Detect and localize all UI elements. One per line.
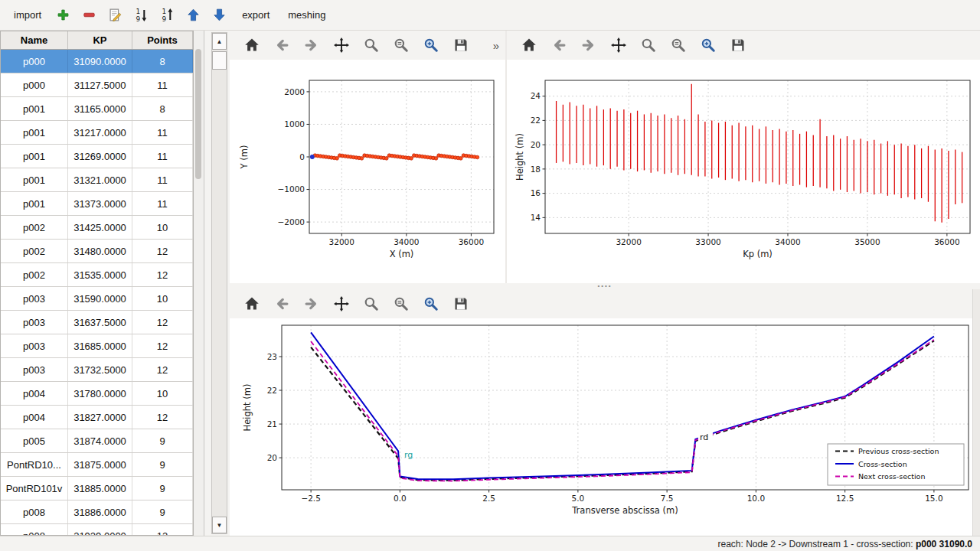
move-down-button[interactable] bbox=[208, 4, 231, 27]
customize-icon bbox=[394, 37, 409, 53]
table-cell: 31885.0000 bbox=[68, 477, 132, 500]
svg-text:Kp (m): Kp (m) bbox=[743, 249, 773, 259]
horizontal-splitter[interactable] bbox=[230, 283, 980, 289]
table-cell: 11 bbox=[132, 145, 193, 168]
table-row[interactable]: p00231535.000012 bbox=[1, 263, 193, 287]
table-scrollbar-thumb[interactable] bbox=[195, 49, 201, 179]
mpl-customize-button[interactable] bbox=[390, 292, 413, 315]
toolbar-overflow-icon[interactable]: » bbox=[493, 39, 501, 52]
table-row[interactable]: p00131373.000011 bbox=[1, 192, 193, 216]
mpl-zoom-rect-button[interactable] bbox=[697, 34, 720, 57]
table-row[interactable]: p00331637.500012 bbox=[1, 311, 193, 334]
mpl-zoom-button[interactable] bbox=[360, 292, 383, 315]
mpl-save-button[interactable] bbox=[449, 34, 472, 57]
mpl-pan-button[interactable] bbox=[330, 292, 353, 315]
right-scrollbar[interactable] bbox=[972, 289, 980, 536]
plan-view-plot[interactable]: 320003400036000−2000−1000010002000X (m)Y… bbox=[230, 60, 505, 283]
column-header-points[interactable]: Points bbox=[132, 31, 193, 49]
table-cell: 31480.0000 bbox=[68, 240, 132, 262]
svg-text:Y (m): Y (m) bbox=[239, 145, 250, 170]
export-button[interactable]: export bbox=[234, 5, 277, 24]
mpl-pan-button[interactable] bbox=[607, 34, 630, 57]
sort-ascending-button[interactable]: 19 bbox=[130, 4, 153, 27]
sort-desc-icon: 19 bbox=[160, 8, 175, 22]
mpl-home-button[interactable] bbox=[240, 34, 263, 57]
mpl-back-button[interactable] bbox=[270, 292, 293, 315]
svg-text:rg: rg bbox=[404, 450, 413, 460]
column-header-name[interactable]: Name bbox=[1, 31, 68, 49]
table-row[interactable]: p00031127.500011 bbox=[1, 73, 193, 97]
table-row[interactable]: p00431827.000012 bbox=[1, 406, 193, 429]
table-cell: 31535.0000 bbox=[68, 263, 132, 286]
svg-text:21: 21 bbox=[267, 419, 277, 429]
table-cell: 9 bbox=[132, 429, 193, 452]
table-row[interactable]: p00831929.000013 bbox=[1, 524, 193, 536]
remove-cross-section-button[interactable] bbox=[78, 4, 101, 27]
svg-text:10.0: 10.0 bbox=[747, 494, 765, 503]
mpl-customize-button[interactable] bbox=[390, 34, 413, 57]
table-cell: p003 bbox=[1, 311, 68, 334]
svg-text:22: 22 bbox=[531, 116, 541, 125]
add-cross-section-button[interactable] bbox=[52, 4, 75, 27]
mpl-zoom-button[interactable] bbox=[637, 34, 660, 57]
table-row[interactable]: p00031090.00008 bbox=[1, 50, 193, 73]
column-header-kp[interactable]: KP bbox=[68, 31, 132, 49]
cross-section-plot[interactable]: −2.50.02.55.07.510.012.515.020212223Tran… bbox=[230, 318, 972, 536]
edit-icon bbox=[108, 8, 122, 22]
edit-cross-section-button[interactable] bbox=[104, 4, 127, 27]
meshing-button[interactable]: meshing bbox=[280, 5, 333, 24]
svg-text:22: 22 bbox=[267, 386, 277, 395]
table-row[interactable]: p00231425.000010 bbox=[1, 216, 193, 240]
table-row[interactable]: p00331590.000010 bbox=[1, 287, 193, 311]
svg-text:Next cross-section: Next cross-section bbox=[858, 472, 925, 481]
longitudinal-profile-plot[interactable]: 3200033000340003500036000141618202224Kp … bbox=[507, 60, 980, 283]
table-row[interactable]: p00331685.000012 bbox=[1, 334, 193, 358]
mpl-zoom-rect-button[interactable] bbox=[420, 292, 443, 315]
table-row[interactable]: p00331732.500012 bbox=[1, 358, 193, 382]
panel-scrollbar-thumb[interactable] bbox=[212, 51, 227, 70]
mpl-back-button[interactable] bbox=[547, 34, 570, 57]
table-row[interactable]: p00231480.000012 bbox=[1, 240, 193, 263]
mpl-pan-button[interactable] bbox=[330, 34, 353, 57]
table-row[interactable]: p00431780.000010 bbox=[1, 382, 193, 406]
svg-text:2000: 2000 bbox=[284, 87, 305, 96]
save-icon bbox=[453, 37, 469, 53]
table-row[interactable]: p00531874.00009 bbox=[1, 429, 193, 453]
panel-scrollbar[interactable] bbox=[211, 32, 227, 534]
cross-sections-panel: NameKPPoints p00031090.00008p00031127.50… bbox=[0, 31, 230, 536]
scroll-down-button[interactable] bbox=[212, 517, 227, 533]
sort-descending-button[interactable]: 19 bbox=[156, 4, 179, 27]
scroll-up-button[interactable] bbox=[212, 33, 227, 50]
table-row[interactable]: PontRD101v31885.00009 bbox=[1, 477, 193, 500]
svg-text:X (m): X (m) bbox=[390, 249, 414, 259]
svg-text:35000: 35000 bbox=[854, 237, 880, 246]
table-row[interactable]: p00131217.000011 bbox=[1, 121, 193, 145]
import-button[interactable]: import bbox=[6, 5, 49, 24]
table-scrollbar[interactable] bbox=[194, 31, 204, 536]
mpl-forward-button[interactable] bbox=[300, 34, 323, 57]
mpl-back-button[interactable] bbox=[270, 34, 293, 57]
mpl-save-button[interactable] bbox=[449, 292, 472, 315]
svg-text:20: 20 bbox=[267, 453, 277, 462]
svg-text:14: 14 bbox=[531, 213, 541, 222]
table-cell: 11 bbox=[132, 73, 193, 96]
mpl-zoom-button[interactable] bbox=[360, 34, 383, 57]
mpl-customize-button[interactable] bbox=[667, 34, 690, 57]
table-cell: p002 bbox=[1, 263, 68, 286]
mpl-home-button[interactable] bbox=[240, 292, 263, 315]
move-up-button[interactable] bbox=[182, 4, 205, 27]
plan-view-panel: » 320003400036000−2000−1000010002000X (m… bbox=[230, 31, 507, 283]
mpl-forward-button[interactable] bbox=[577, 34, 600, 57]
cross-sections-table: NameKPPoints p00031090.00008p00031127.50… bbox=[0, 31, 194, 536]
svg-text:12.5: 12.5 bbox=[836, 494, 854, 503]
mpl-save-button[interactable] bbox=[727, 34, 750, 57]
table-row[interactable]: p00831886.00009 bbox=[1, 500, 193, 524]
table-row[interactable]: p00131165.00008 bbox=[1, 97, 193, 121]
table-row[interactable]: p00131321.000011 bbox=[1, 168, 193, 192]
table-row[interactable]: PontRD10...31875.00009 bbox=[1, 453, 193, 477]
mpl-home-button[interactable] bbox=[518, 34, 541, 57]
mpl-zoom-rect-button[interactable] bbox=[420, 34, 443, 57]
longitudinal-profile-toolbar bbox=[507, 31, 980, 60]
table-row[interactable]: p00131269.000011 bbox=[1, 145, 193, 168]
mpl-forward-button[interactable] bbox=[300, 292, 323, 315]
